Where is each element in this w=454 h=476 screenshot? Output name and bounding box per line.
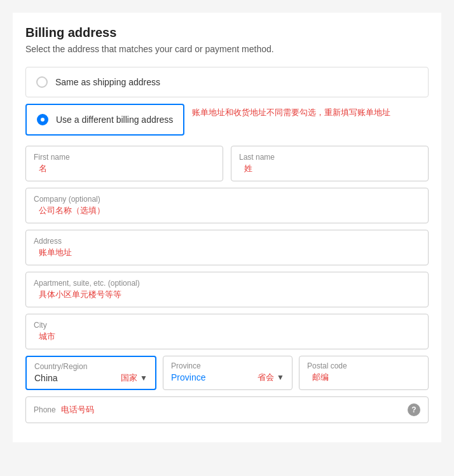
company-label: Company (optional) <box>34 195 420 204</box>
company-field[interactable]: Company (optional) 公司名称（选填） <box>25 188 429 223</box>
page-title: Billing address <box>25 25 429 40</box>
location-row: Country/Region China 国家 ▼ Province Provi… <box>25 356 429 390</box>
province-label: Province <box>171 361 284 370</box>
different-billing-label: Use a different billing address <box>56 115 173 125</box>
province-dropdown-arrow[interactable]: ▼ <box>277 373 284 382</box>
different-billing-annotation: 账单地址和收货地址不同需要勾选，重新填写账单地址 <box>192 106 390 119</box>
last-name-field[interactable]: Last name 姓 <box>231 146 429 181</box>
first-name-label: First name <box>34 153 215 162</box>
first-name-annotation: 名 <box>39 164 47 173</box>
phone-annotation: 电话号码 <box>61 404 408 416</box>
province-field[interactable]: Province Province 省会 ▼ <box>163 356 292 390</box>
billing-form: First name 名 Last name 姓 Company (option… <box>25 146 429 423</box>
page-subtitle: Select the address that matches your car… <box>25 44 429 54</box>
address-annotation: 账单地址 <box>39 248 72 257</box>
apartment-row: Apartment, suite, etc. (optional) 具体小区单元… <box>25 272 429 307</box>
address-row: Address 账单地址 <box>25 230 429 265</box>
different-billing-option[interactable]: Use a different billing address <box>25 104 184 136</box>
phone-row[interactable]: Phone 电话号码 ? <box>25 396 429 423</box>
postal-annotation: 邮编 <box>312 372 329 382</box>
country-value: China <box>34 373 58 383</box>
province-annotation: 省会 <box>258 372 274 383</box>
city-row: City 城市 <box>25 314 429 349</box>
country-dropdown-arrow[interactable]: ▼ <box>140 374 148 382</box>
first-name-field[interactable]: First name 名 <box>25 146 223 181</box>
name-row: First name 名 Last name 姓 <box>25 146 429 181</box>
last-name-label: Last name <box>239 153 420 162</box>
postal-field[interactable]: Postal code 邮编 <box>299 356 429 390</box>
last-name-annotation: 姓 <box>244 164 252 173</box>
country-field[interactable]: Country/Region China 国家 ▼ <box>25 356 156 390</box>
province-value: Province <box>171 372 205 382</box>
company-row: Company (optional) 公司名称（选填） <box>25 188 429 223</box>
apartment-field[interactable]: Apartment, suite, etc. (optional) 具体小区单元… <box>25 272 429 307</box>
phone-help-icon[interactable]: ? <box>408 403 420 416</box>
city-field[interactable]: City 城市 <box>25 314 429 349</box>
address-label: Address <box>34 237 420 246</box>
apartment-label: Apartment, suite, etc. (optional) <box>34 279 420 288</box>
same-as-shipping-label: Same as shipping address <box>55 77 160 87</box>
company-annotation: 公司名称（选填） <box>39 206 105 215</box>
same-as-shipping-option[interactable]: Same as shipping address <box>25 67 429 97</box>
address-field[interactable]: Address 账单地址 <box>25 230 429 265</box>
postal-label: Postal code <box>307 361 420 370</box>
city-annotation: 城市 <box>39 332 55 341</box>
radio-same-shipping <box>36 76 48 88</box>
apartment-annotation: 具体小区单元楼号等等 <box>39 290 121 299</box>
phone-label: Phone <box>34 405 56 414</box>
country-annotation: 国家 <box>121 372 137 384</box>
city-label: City <box>34 321 420 330</box>
radio-different-billing <box>37 114 48 125</box>
country-label: Country/Region <box>34 362 148 371</box>
